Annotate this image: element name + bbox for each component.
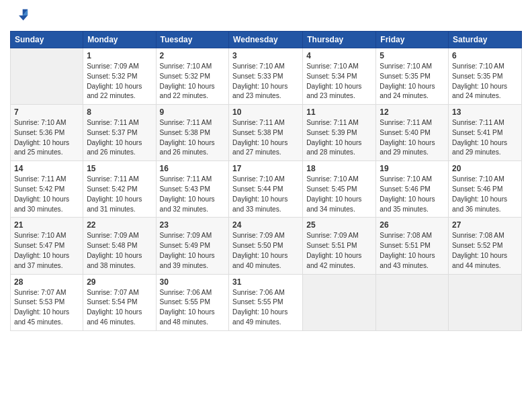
calendar-cell: 21Sunrise: 7:10 AM Sunset: 5:47 PM Dayli… bbox=[11, 218, 83, 274]
calendar-cell: 9Sunrise: 7:11 AM Sunset: 5:38 PM Daylig… bbox=[156, 105, 229, 161]
day-info: Sunrise: 7:11 AM Sunset: 5:37 PM Dayligh… bbox=[87, 118, 152, 158]
calendar-cell: 7Sunrise: 7:10 AM Sunset: 5:36 PM Daylig… bbox=[11, 105, 83, 161]
day-info: Sunrise: 7:10 AM Sunset: 5:35 PM Dayligh… bbox=[380, 62, 445, 101]
day-number: 8 bbox=[87, 107, 152, 117]
day-number: 31 bbox=[232, 277, 299, 287]
calendar-cell: 27Sunrise: 7:08 AM Sunset: 5:52 PM Dayli… bbox=[449, 218, 522, 274]
day-number: 17 bbox=[232, 164, 299, 173]
day-info: Sunrise: 7:10 AM Sunset: 5:32 PM Dayligh… bbox=[160, 62, 226, 101]
day-number: 29 bbox=[87, 277, 152, 287]
svg-marker-2 bbox=[19, 15, 28, 20]
day-number: 7 bbox=[14, 107, 79, 117]
day-info: Sunrise: 7:10 AM Sunset: 5:34 PM Dayligh… bbox=[306, 62, 372, 101]
day-number: 16 bbox=[160, 164, 226, 173]
calendar-cell bbox=[449, 274, 522, 330]
day-info: Sunrise: 7:09 AM Sunset: 5:51 PM Dayligh… bbox=[306, 231, 372, 271]
calendar-week-row: 7Sunrise: 7:10 AM Sunset: 5:36 PM Daylig… bbox=[11, 105, 522, 161]
day-number: 25 bbox=[306, 220, 372, 230]
day-of-week-header: Thursday bbox=[303, 32, 376, 48]
calendar-cell: 15Sunrise: 7:11 AM Sunset: 5:42 PM Dayli… bbox=[83, 161, 156, 218]
calendar-cell: 17Sunrise: 7:10 AM Sunset: 5:44 PM Dayli… bbox=[229, 161, 303, 218]
calendar-cell: 2Sunrise: 7:10 AM Sunset: 5:32 PM Daylig… bbox=[156, 48, 229, 105]
day-info: Sunrise: 7:11 AM Sunset: 5:38 PM Dayligh… bbox=[232, 118, 299, 158]
calendar-cell: 8Sunrise: 7:11 AM Sunset: 5:37 PM Daylig… bbox=[83, 105, 156, 161]
day-of-week-header: Sunday bbox=[11, 32, 83, 48]
calendar-week-row: 14Sunrise: 7:11 AM Sunset: 5:42 PM Dayli… bbox=[11, 161, 522, 218]
day-of-week-header: Monday bbox=[83, 32, 156, 48]
calendar-cell: 13Sunrise: 7:11 AM Sunset: 5:41 PM Dayli… bbox=[449, 105, 522, 161]
day-number: 20 bbox=[452, 164, 518, 173]
calendar-cell bbox=[11, 48, 83, 105]
day-info: Sunrise: 7:09 AM Sunset: 5:49 PM Dayligh… bbox=[160, 231, 226, 271]
calendar-cell: 5Sunrise: 7:10 AM Sunset: 5:35 PM Daylig… bbox=[376, 48, 449, 105]
day-number: 19 bbox=[380, 164, 445, 173]
day-info: Sunrise: 7:09 AM Sunset: 5:48 PM Dayligh… bbox=[87, 231, 152, 271]
calendar-cell: 28Sunrise: 7:07 AM Sunset: 5:53 PM Dayli… bbox=[11, 274, 83, 330]
day-info: Sunrise: 7:10 AM Sunset: 5:46 PM Dayligh… bbox=[380, 175, 445, 214]
calendar-week-row: 28Sunrise: 7:07 AM Sunset: 5:53 PM Dayli… bbox=[11, 274, 522, 330]
day-number: 11 bbox=[306, 107, 372, 117]
calendar-cell: 30Sunrise: 7:06 AM Sunset: 5:55 PM Dayli… bbox=[156, 274, 229, 330]
calendar-cell: 24Sunrise: 7:09 AM Sunset: 5:50 PM Dayli… bbox=[229, 218, 303, 274]
day-info: Sunrise: 7:10 AM Sunset: 5:33 PM Dayligh… bbox=[232, 62, 299, 101]
day-number: 10 bbox=[232, 107, 299, 117]
day-info: Sunrise: 7:10 AM Sunset: 5:44 PM Dayligh… bbox=[232, 175, 299, 214]
day-number: 9 bbox=[160, 107, 226, 117]
day-of-week-header: Wednesday bbox=[229, 32, 303, 48]
calendar-cell: 18Sunrise: 7:10 AM Sunset: 5:45 PM Dayli… bbox=[303, 161, 376, 218]
calendar-cell: 10Sunrise: 7:11 AM Sunset: 5:38 PM Dayli… bbox=[229, 105, 303, 161]
day-info: Sunrise: 7:07 AM Sunset: 5:54 PM Dayligh… bbox=[87, 288, 152, 328]
day-number: 13 bbox=[452, 107, 518, 117]
calendar-cell: 14Sunrise: 7:11 AM Sunset: 5:42 PM Dayli… bbox=[11, 161, 83, 218]
day-number: 4 bbox=[306, 51, 372, 60]
day-number: 27 bbox=[452, 220, 518, 230]
logo-icon bbox=[10, 7, 29, 26]
day-info: Sunrise: 7:11 AM Sunset: 5:40 PM Dayligh… bbox=[380, 118, 445, 158]
calendar-cell: 4Sunrise: 7:10 AM Sunset: 5:34 PM Daylig… bbox=[303, 48, 376, 105]
day-info: Sunrise: 7:11 AM Sunset: 5:39 PM Dayligh… bbox=[306, 118, 372, 158]
calendar-cell bbox=[376, 274, 449, 330]
calendar-cell: 25Sunrise: 7:09 AM Sunset: 5:51 PM Dayli… bbox=[303, 218, 376, 274]
day-number: 18 bbox=[306, 164, 372, 173]
day-info: Sunrise: 7:11 AM Sunset: 5:42 PM Dayligh… bbox=[87, 175, 152, 214]
header bbox=[10, 7, 522, 26]
day-info: Sunrise: 7:10 AM Sunset: 5:36 PM Dayligh… bbox=[14, 118, 79, 158]
day-number: 12 bbox=[380, 107, 445, 117]
day-info: Sunrise: 7:10 AM Sunset: 5:45 PM Dayligh… bbox=[306, 175, 372, 214]
day-info: Sunrise: 7:10 AM Sunset: 5:46 PM Dayligh… bbox=[452, 175, 518, 214]
calendar-week-row: 21Sunrise: 7:10 AM Sunset: 5:47 PM Dayli… bbox=[11, 218, 522, 274]
calendar-cell: 26Sunrise: 7:08 AM Sunset: 5:51 PM Dayli… bbox=[376, 218, 449, 274]
logo bbox=[10, 7, 32, 26]
day-number: 14 bbox=[14, 164, 79, 173]
calendar-cell: 1Sunrise: 7:09 AM Sunset: 5:32 PM Daylig… bbox=[83, 48, 156, 105]
calendar-cell: 12Sunrise: 7:11 AM Sunset: 5:40 PM Dayli… bbox=[376, 105, 449, 161]
day-number: 26 bbox=[380, 220, 445, 230]
day-number: 24 bbox=[232, 220, 299, 230]
calendar-cell: 6Sunrise: 7:10 AM Sunset: 5:35 PM Daylig… bbox=[449, 48, 522, 105]
calendar-cell: 31Sunrise: 7:06 AM Sunset: 5:55 PM Dayli… bbox=[229, 274, 303, 330]
calendar-cell: 19Sunrise: 7:10 AM Sunset: 5:46 PM Dayli… bbox=[376, 161, 449, 218]
day-number: 23 bbox=[160, 220, 226, 230]
calendar-header-row: SundayMondayTuesdayWednesdayThursdayFrid… bbox=[11, 32, 522, 48]
day-number: 2 bbox=[160, 51, 226, 60]
day-info: Sunrise: 7:08 AM Sunset: 5:51 PM Dayligh… bbox=[380, 231, 445, 271]
day-info: Sunrise: 7:10 AM Sunset: 5:35 PM Dayligh… bbox=[452, 62, 518, 101]
day-info: Sunrise: 7:11 AM Sunset: 5:43 PM Dayligh… bbox=[160, 175, 226, 214]
day-of-week-header: Saturday bbox=[449, 32, 522, 48]
calendar-cell bbox=[303, 274, 376, 330]
day-number: 3 bbox=[232, 51, 299, 60]
day-number: 30 bbox=[160, 277, 226, 287]
day-of-week-header: Friday bbox=[376, 32, 449, 48]
calendar-cell: 11Sunrise: 7:11 AM Sunset: 5:39 PM Dayli… bbox=[303, 105, 376, 161]
page: SundayMondayTuesdayWednesdayThursdayFrid… bbox=[0, 0, 532, 411]
day-number: 21 bbox=[14, 220, 79, 230]
day-info: Sunrise: 7:11 AM Sunset: 5:38 PM Dayligh… bbox=[160, 118, 226, 158]
day-number: 28 bbox=[14, 277, 79, 287]
calendar-week-row: 1Sunrise: 7:09 AM Sunset: 5:32 PM Daylig… bbox=[11, 48, 522, 105]
day-number: 22 bbox=[87, 220, 152, 230]
day-info: Sunrise: 7:10 AM Sunset: 5:47 PM Dayligh… bbox=[14, 231, 79, 271]
day-info: Sunrise: 7:09 AM Sunset: 5:50 PM Dayligh… bbox=[232, 231, 299, 271]
day-info: Sunrise: 7:07 AM Sunset: 5:53 PM Dayligh… bbox=[14, 288, 79, 328]
day-number: 5 bbox=[380, 51, 445, 60]
day-info: Sunrise: 7:06 AM Sunset: 5:55 PM Dayligh… bbox=[232, 288, 299, 328]
